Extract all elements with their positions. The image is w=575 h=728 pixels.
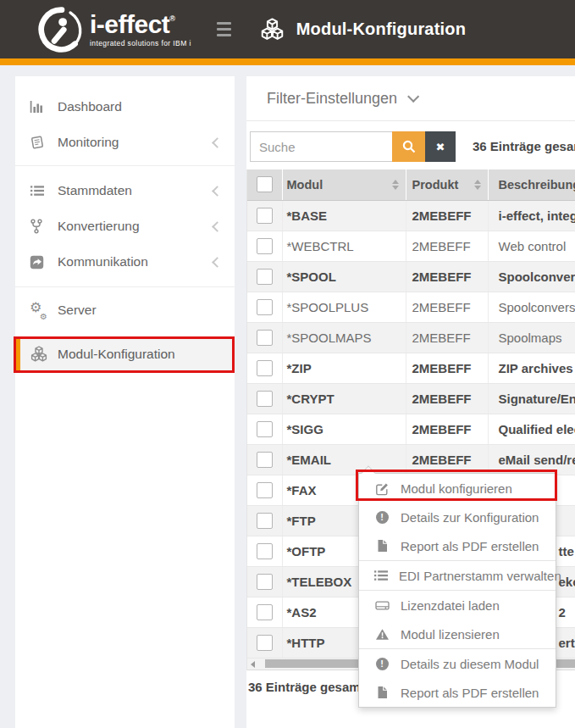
column-header-modul[interactable]: Modul: [282, 169, 406, 200]
file-icon: [373, 539, 390, 553]
entries-total-top: 36 Einträge gesamt: [473, 131, 575, 162]
row-checkbox[interactable]: [257, 543, 273, 559]
product-cell: 2MEBEFF: [406, 292, 488, 322]
menu-item-label: Lizenzdatei laden: [401, 598, 500, 613]
search-bar: ✖: [250, 131, 456, 162]
menu-item-lizenzdatei-laden[interactable]: Lizenzdatei laden: [359, 591, 556, 620]
close-icon: ✖: [436, 141, 445, 153]
chevron-left-icon: [212, 137, 223, 148]
column-header-produkt[interactable]: Produkt: [406, 169, 488, 200]
sidebar-divider: [15, 286, 235, 287]
description-cell: Web control: [488, 231, 575, 261]
row-checkbox[interactable]: [257, 452, 273, 468]
search-button[interactable]: [392, 131, 425, 162]
row-checkbox-cell: [247, 383, 282, 414]
menu-item-modul-konfigurieren[interactable]: Modul konfigurieren: [359, 474, 556, 503]
select-all-checkbox[interactable]: [257, 176, 273, 192]
product-cell: 2MEBEFF: [406, 444, 488, 475]
sidebar-item-stammdaten[interactable]: Stammdaten: [15, 173, 235, 208]
row-checkbox[interactable]: [257, 208, 273, 224]
sidebar-item-label: Modul-Konfiguration: [58, 347, 175, 362]
row-checkbox[interactable]: [257, 482, 273, 498]
sidebar: DashboardMonitoringStammdatenKonvertieru…: [15, 76, 235, 728]
sidebar-item-dashboard[interactable]: Dashboard: [15, 89, 235, 125]
table-row--base[interactable]: *BASE2MEBEFFi-effect, integra: [247, 200, 575, 231]
menu-item-label: Details zu diesem Modul: [401, 657, 539, 671]
module-cell: *SPOOL: [282, 261, 406, 292]
row-checkbox[interactable]: [257, 238, 273, 254]
description-cell: Spoolconversio: [488, 261, 575, 292]
table-row--zip[interactable]: *ZIP2MEBEFFZIP archives: [247, 353, 575, 383]
menu-item-details-zur-konfiguration[interactable]: !Details zur Konfiguration: [359, 503, 556, 531]
row-checkbox[interactable]: [257, 330, 273, 346]
row-checkbox-cell: [247, 231, 282, 261]
row-checkbox-cell: [247, 566, 282, 597]
sidebar-item-modul-konfiguration[interactable]: Modul-Konfiguration: [15, 336, 235, 371]
table-header-row: ModulProduktBeschreibung: [247, 169, 575, 200]
row-checkbox-cell: [247, 444, 282, 475]
row-checkbox[interactable]: [257, 299, 273, 315]
logo-swoosh-icon: [37, 5, 86, 54]
description-cell: ZIP archives: [488, 353, 575, 383]
sort-icon[interactable]: [392, 180, 399, 190]
module-cell: *SPOOLPLUS: [282, 292, 406, 322]
row-checkbox[interactable]: [257, 391, 273, 407]
menu-item-modul-lizensieren[interactable]: Modul lizensieren: [359, 620, 556, 648]
row-checkbox[interactable]: [257, 269, 273, 285]
table-row--webctrl[interactable]: *WEBCTRL2MEBEFFWeb control: [247, 231, 575, 261]
bar-chart-icon: [30, 100, 50, 114]
menu-item-edi-partnerstamm-verwalten[interactable]: EDI Partnerstamm verwalten: [359, 561, 556, 590]
row-checkbox[interactable]: [257, 421, 273, 437]
row-checkbox-cell: [247, 505, 282, 536]
sidebar-item-kommunikation[interactable]: Kommunikation: [15, 244, 235, 280]
row-checkbox[interactable]: [257, 604, 273, 620]
table-row--spoolmaps[interactable]: *SPOOLMAPS2MEBEFFSpoolmaps: [247, 322, 575, 353]
registered-mark: ®: [169, 14, 174, 23]
sidebar-item-konvertierung[interactable]: Konvertierung: [15, 208, 235, 244]
app-header: i-effect® integrated solutions for IBM i…: [0, 0, 575, 58]
row-checkbox[interactable]: [257, 360, 273, 376]
share-square-icon: [30, 255, 50, 270]
menu-item-report-als-pdf-erstellen[interactable]: Report als PDF erstellen: [359, 531, 556, 560]
row-checkbox[interactable]: [257, 513, 273, 529]
i-effect-logo[interactable]: i-effect® integrated solutions for IBM i: [37, 5, 191, 54]
search-icon: [401, 139, 417, 154]
search-input[interactable]: [250, 131, 392, 162]
sidebar-item-server[interactable]: ⚙⚙Server: [15, 292, 235, 328]
table-row--sigg[interactable]: *SIGG2MEBEFFQualified elect: [247, 414, 575, 444]
module-cell: *ZIP: [282, 353, 406, 383]
row-checkbox-cell: [247, 414, 282, 444]
module-cell: *SPOOLMAPS: [282, 322, 406, 353]
sidebar-item-label: Monitoring: [58, 135, 119, 150]
table-row--spool[interactable]: *SPOOL2MEBEFFSpoolconversio: [247, 261, 575, 292]
brand-block: i-effect® integrated solutions for IBM i: [90, 12, 191, 47]
hamburger-menu-icon[interactable]: [217, 22, 231, 36]
sidebar-item-monitoring[interactable]: Monitoring: [15, 125, 235, 160]
table-row--spoolplus[interactable]: *SPOOLPLUS2MEBEFFSpoolconversio: [247, 292, 575, 322]
clear-search-button[interactable]: ✖: [425, 131, 456, 162]
row-checkbox[interactable]: [257, 574, 273, 590]
menu-item-label: EDI Partnerstamm verwalten: [399, 569, 561, 583]
app-window: i-effect® integrated solutions for IBM i…: [0, 0, 575, 728]
sort-icon[interactable]: [474, 180, 481, 190]
sidebar-item-label: Stammdaten: [58, 183, 132, 198]
brand-name: i-effect®: [90, 12, 191, 37]
menu-item-report-als-pdf-erstellen[interactable]: Report als PDF erstellen: [359, 678, 556, 707]
filter-settings-toggle[interactable]: Filter-Einstellungen: [246, 76, 575, 121]
row-context-menu: Modul konfigurieren!Details zur Konfigur…: [358, 473, 556, 708]
entries-total-bottom: 36 Einträge gesamt: [248, 680, 365, 694]
sidebar-item-label: Server: [58, 303, 97, 318]
exclamation-circle-icon: !: [373, 511, 390, 524]
row-checkbox[interactable]: [257, 635, 273, 651]
menu-item-label: Report als PDF erstellen: [401, 539, 539, 553]
table-row--crypt[interactable]: *CRYPT2MEBEFFSignature/Enc: [247, 383, 575, 414]
sidebar-item-label: Kommunikation: [58, 254, 148, 270]
exclamation-circle-icon: !: [373, 658, 390, 670]
table-row--email[interactable]: *EMAIL2MEBEFFeMail send/rec: [247, 444, 575, 475]
row-checkbox-cell: [247, 322, 282, 353]
chevron-left-icon: [212, 186, 223, 197]
column-header-beschreibung[interactable]: Beschreibung: [488, 169, 575, 200]
gears-icon: ⚙⚙: [30, 303, 50, 318]
scroll-left-arrow-icon[interactable]: [251, 661, 255, 668]
menu-item-details-zu-diesem-modul[interactable]: !Details zu diesem Modul: [359, 649, 556, 678]
